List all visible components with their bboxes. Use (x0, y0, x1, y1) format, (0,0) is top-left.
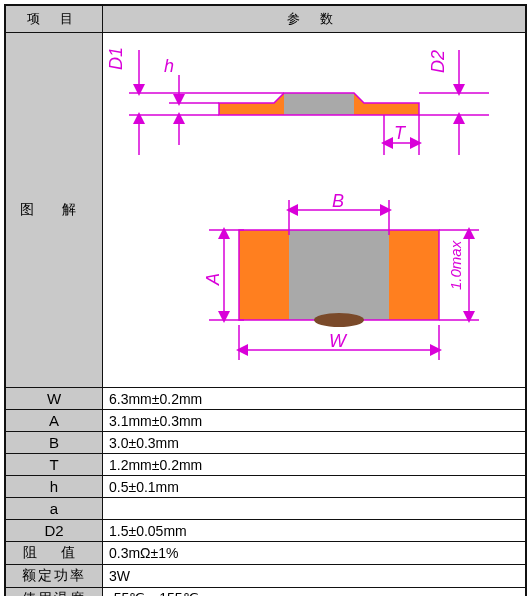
dim-w: W (329, 331, 348, 351)
table-row: D21.5±0.05mm (5, 520, 526, 542)
header-param: 参 数 (103, 5, 527, 33)
param-name: 阻 值 (5, 542, 103, 565)
svg-rect-20 (239, 230, 289, 320)
dim-d1: D1 (109, 47, 126, 70)
svg-rect-21 (389, 230, 439, 320)
diagram-label: 图 解 (5, 33, 103, 388)
dim-h: h (164, 56, 174, 76)
svg-rect-4 (284, 93, 354, 115)
param-name: a (5, 498, 103, 520)
table-row: A3.1mm±0.3mm (5, 410, 526, 432)
param-value: 0.5±0.1mm (103, 476, 527, 498)
spec-table: 项 目 参 数 图 解 (4, 4, 527, 596)
svg-marker-3 (354, 93, 364, 115)
dim-b: B (332, 191, 344, 211)
table-row: 阻 值0.3mΩ±1% (5, 542, 526, 565)
svg-rect-1 (364, 103, 419, 115)
component-diagram: D1 h D2 T (109, 35, 519, 385)
param-name: D2 (5, 520, 103, 542)
param-value: 3.1mm±0.3mm (103, 410, 527, 432)
param-name: 额定功率 (5, 565, 103, 588)
table-row: 额定功率3W (5, 565, 526, 588)
dim-t: T (394, 123, 407, 143)
param-value: 0.3mΩ±1% (103, 542, 527, 565)
dim-a: A (203, 273, 223, 286)
dim-d2: D2 (428, 50, 448, 73)
param-value: -55℃～155℃ (103, 588, 527, 597)
param-name: W (5, 388, 103, 410)
svg-point-23 (314, 313, 364, 327)
param-value: 1.2mm±0.2mm (103, 454, 527, 476)
param-name: h (5, 476, 103, 498)
table-row: a (5, 498, 526, 520)
param-value: 3W (103, 565, 527, 588)
table-row: T1.2mm±0.2mm (5, 454, 526, 476)
param-name: 使用温度 (5, 588, 103, 597)
param-name: B (5, 432, 103, 454)
header-item: 项 目 (5, 5, 103, 33)
param-value: 3.0±0.3mm (103, 432, 527, 454)
param-name: T (5, 454, 103, 476)
svg-marker-2 (274, 93, 284, 115)
param-value: 1.5±0.05mm (103, 520, 527, 542)
diagram-cell: D1 h D2 T (103, 33, 527, 388)
table-row: W6.3mm±0.2mm (5, 388, 526, 410)
param-name: A (5, 410, 103, 432)
table-row: 使用温度-55℃～155℃ (5, 588, 526, 597)
table-row: B3.0±0.3mm (5, 432, 526, 454)
param-value: 6.3mm±0.2mm (103, 388, 527, 410)
dim-note: 1.0max (447, 240, 464, 290)
svg-rect-0 (219, 103, 274, 115)
param-value (103, 498, 527, 520)
table-row: h0.5±0.1mm (5, 476, 526, 498)
